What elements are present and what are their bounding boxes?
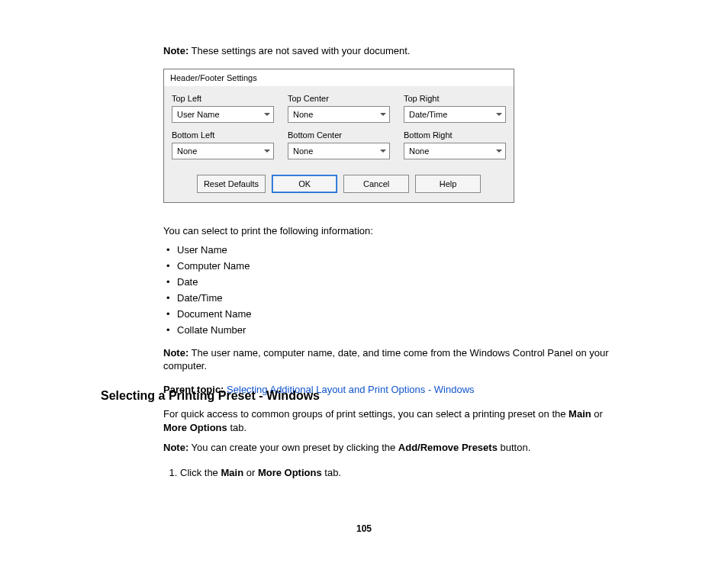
- field-top-left: Top Left User Name: [172, 94, 274, 123]
- label-bottom-right: Bottom Right: [404, 130, 506, 140]
- label-bottom-center: Bottom Center: [288, 130, 390, 140]
- note-control-panel: Note: The user name, computer name, date…: [163, 346, 629, 373]
- chevron-down-icon: [264, 113, 270, 116]
- list-item: Date/Time: [177, 292, 629, 304]
- note-label: Note:: [163, 45, 188, 56]
- note-text: These settings are not saved with your d…: [188, 45, 410, 56]
- dialog-row-bottom: Bottom Left None Bottom Center None: [172, 130, 506, 159]
- help-button[interactable]: Help: [415, 175, 481, 193]
- label-bottom-left: Bottom Left: [172, 130, 274, 140]
- chevron-down-icon: [380, 113, 386, 116]
- combo-value: Date/Time: [409, 110, 447, 119]
- list-item: Document Name: [177, 308, 629, 320]
- dialog-button-row: Reset Defaults OK Cancel Help: [172, 167, 506, 202]
- info-list: User Name Computer Name Date Date/Time D…: [163, 244, 629, 336]
- combo-value: User Name: [177, 110, 220, 119]
- page-number: 105: [0, 523, 728, 534]
- dialog-title: Header/Footer Settings: [164, 69, 514, 86]
- field-bottom-center: Bottom Center None: [288, 130, 390, 159]
- body-column-lower: For quick access to common groups of pri…: [163, 407, 629, 480]
- combo-bottom-center[interactable]: None: [288, 143, 390, 159]
- list-item: Date: [177, 276, 629, 288]
- list-item: Computer Name: [177, 260, 629, 272]
- field-top-center: Top Center None: [288, 94, 390, 123]
- field-bottom-right: Bottom Right None: [404, 130, 506, 159]
- label-top-right: Top Right: [404, 94, 506, 103]
- chevron-down-icon: [496, 150, 502, 153]
- dialog-row-top: Top Left User Name Top Center None: [172, 94, 506, 123]
- combo-top-center[interactable]: None: [288, 106, 390, 123]
- combo-bottom-left[interactable]: None: [172, 143, 274, 159]
- section-heading: Selecting a Printing Preset - Windows: [101, 389, 320, 403]
- ok-button[interactable]: OK: [272, 175, 337, 193]
- list-item: User Name: [177, 244, 629, 256]
- field-top-right: Top Right Date/Time: [404, 94, 506, 123]
- steps-list: Click the Main or More Options tab.: [163, 466, 629, 480]
- step-1: Click the Main or More Options tab.: [180, 466, 629, 480]
- note-text: The user name, computer name, date, and …: [163, 347, 609, 372]
- combo-value: None: [177, 146, 197, 156]
- list-item: Collate Number: [177, 324, 629, 336]
- combo-value: None: [293, 110, 313, 119]
- combo-top-left[interactable]: User Name: [172, 106, 274, 123]
- note-label: Note:: [163, 347, 188, 359]
- body-column-upper: Note: These settings are not saved with …: [163, 44, 629, 406]
- document-page: Note: These settings are not saved with …: [0, 0, 728, 563]
- combo-top-right[interactable]: Date/Time: [404, 106, 506, 123]
- label-top-center: Top Center: [288, 94, 390, 103]
- dialog-body: Top Left User Name Top Center None: [164, 86, 514, 202]
- reset-defaults-button[interactable]: Reset Defaults: [197, 175, 266, 193]
- chevron-down-icon: [264, 150, 270, 153]
- label-top-left: Top Left: [172, 94, 274, 103]
- chevron-down-icon: [380, 150, 386, 153]
- intro-list-text: You can select to print the following in…: [163, 224, 629, 238]
- chevron-down-icon: [496, 113, 502, 116]
- combo-value: None: [293, 146, 313, 156]
- combo-bottom-right[interactable]: None: [404, 143, 506, 159]
- combo-value: None: [409, 146, 429, 156]
- cancel-button[interactable]: Cancel: [343, 175, 409, 193]
- section-paragraph-1: For quick access to common groups of pri…: [163, 407, 629, 435]
- header-footer-settings-dialog: Header/Footer Settings Top Left User Nam…: [163, 69, 514, 203]
- note-settings-not-saved: Note: These settings are not saved with …: [163, 44, 629, 58]
- section-note: Note: You can create your own preset by …: [163, 441, 629, 455]
- field-bottom-left: Bottom Left None: [172, 130, 274, 159]
